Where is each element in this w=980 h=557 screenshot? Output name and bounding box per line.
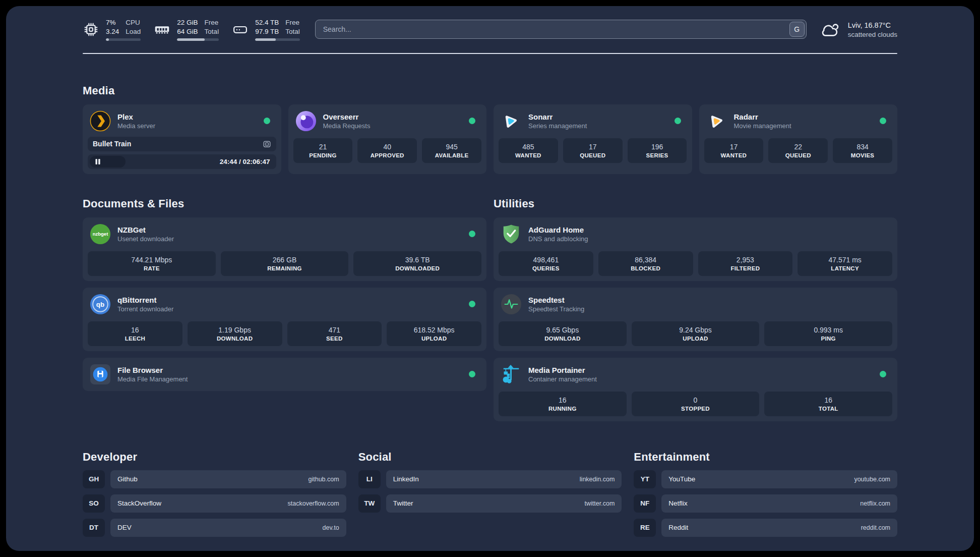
bookmark-netflix[interactable]: NF Netflix netflix.com <box>634 494 897 513</box>
service-name: Overseerr <box>323 112 371 122</box>
status-dot-online <box>880 371 886 377</box>
bookmark-linkedin[interactable]: LI LinkedIn linkedin.com <box>358 470 622 488</box>
status-dot-online <box>469 231 475 237</box>
cpu-label: CPU <box>126 18 141 27</box>
section-utilities: Utilities AdGuard Home DNS and <box>494 197 897 421</box>
service-description: DNS and adblocking <box>528 235 588 243</box>
section-documents: Documents & Files nzbget NZBGet Usenet d… <box>83 197 486 421</box>
weather-condition: scattered clouds <box>848 31 897 38</box>
service-name: Radarr <box>734 112 791 122</box>
disk-total: 97.9 TB <box>255 27 279 36</box>
playback-time: 24:44 / 02:06:47 <box>220 158 270 165</box>
service-card-adguard[interactable]: AdGuard Home DNS and adblocking 498,461Q… <box>494 217 897 281</box>
disk-icon <box>232 21 249 38</box>
cloud-icon <box>820 21 841 38</box>
service-name: AdGuard Home <box>528 225 588 235</box>
stat-box: 196SERIES <box>628 138 687 163</box>
svg-text:nzbget: nzbget <box>93 231 109 237</box>
stat-box: 834MOVIES <box>833 138 892 163</box>
status-dot-online <box>264 118 270 124</box>
plex-icon <box>90 110 111 132</box>
filebrowser-icon <box>90 364 111 385</box>
bookmark-abbr: GH <box>83 470 105 488</box>
service-description: Series management <box>528 122 587 130</box>
weather-widget[interactable]: Lviv, 16.87°C scattered clouds <box>820 21 897 38</box>
bookmark-reddit[interactable]: RE Reddit reddit.com <box>634 519 897 537</box>
bookmark-domain: youtube.com <box>854 476 890 483</box>
bookmark-domain: netflix.com <box>860 500 890 507</box>
section-social: Social LI LinkedIn linkedin.com TW Twitt… <box>358 451 622 537</box>
stat-box: 16TOTAL <box>764 392 892 416</box>
overseerr-icon <box>295 110 317 132</box>
bookmark-name: StackOverflow <box>117 499 161 507</box>
service-card-portainer[interactable]: Media Portainer Container management 16R… <box>494 358 897 421</box>
stat-box: 22QUEUED <box>768 138 828 163</box>
status-dot-online <box>675 118 681 124</box>
memory-icon <box>154 21 170 38</box>
plex-now-playing-row: Bullet Train <box>88 137 276 151</box>
stat-box: 21PENDING <box>293 138 353 163</box>
service-card-speedtest[interactable]: Speedtest Speedtest Tracking 9.65 GbpsDO… <box>494 288 897 351</box>
speedtest-icon <box>501 294 522 315</box>
memory-progress-bar <box>177 38 219 41</box>
search-container: G <box>315 20 807 39</box>
service-description: Usenet downloader <box>117 235 174 243</box>
search-provider-button[interactable]: G <box>789 22 805 37</box>
stat-box: 9.65 GbpsDOWNLOAD <box>499 321 627 346</box>
section-title-social: Social <box>358 451 622 464</box>
stat-box: 2,953FILTERED <box>698 251 793 276</box>
bookmark-domain: linkedin.com <box>580 476 615 483</box>
bookmark-dev[interactable]: DT DEV dev.to <box>83 519 346 537</box>
stat-box: 39.6 TBDOWNLOADED <box>353 251 481 276</box>
service-card-radarr[interactable]: Radarr Movie management 17WANTED 22QUEUE… <box>699 104 898 174</box>
cpu-progress-bar <box>106 38 141 41</box>
bookmark-abbr: YT <box>634 470 656 488</box>
section-title-developer: Developer <box>83 451 346 464</box>
bookmark-name: Github <box>117 475 138 483</box>
bookmark-youtube[interactable]: YT YouTube youtube.com <box>634 470 897 488</box>
bookmark-abbr: TW <box>358 494 381 513</box>
service-card-sonarr[interactable]: Sonarr Series management 485WANTED 17QUE… <box>494 104 692 174</box>
bookmark-stackoverflow[interactable]: SO StackOverflow stackoverflow.com <box>83 494 346 513</box>
bookmark-name: Netflix <box>668 499 688 507</box>
stat-box: 1.19 GbpsDOWNLOAD <box>188 321 282 346</box>
service-card-filebrowser[interactable]: File Browser Media File Management <box>83 358 486 391</box>
service-card-overseerr[interactable]: Overseerr Media Requests 21PENDING 40APP… <box>288 104 487 174</box>
status-dot-online <box>469 371 475 377</box>
stat-box: 485WANTED <box>499 138 558 163</box>
cpu-stat: 7% 3.24 CPU Load <box>83 18 141 41</box>
bookmark-github[interactable]: GH Github github.com <box>83 470 346 488</box>
header-bar: 7% 3.24 CPU Load <box>83 18 897 41</box>
pause-icon <box>95 158 101 165</box>
cpu-percent: 7% <box>106 18 119 27</box>
service-name: Media Portainer <box>528 365 597 375</box>
stat-box: 266 GBREMAINING <box>221 251 349 276</box>
stat-box: 86,384BLOCKED <box>598 251 693 276</box>
service-card-plex[interactable]: Plex Media server Bullet Train <box>83 104 281 174</box>
stat-box: 16RUNNING <box>499 392 627 416</box>
bookmark-domain: twitter.com <box>585 500 615 507</box>
status-dot-online <box>469 118 475 124</box>
service-card-nzbget[interactable]: nzbget NZBGet Usenet downloader 744.21 M… <box>83 217 486 281</box>
stat-box: 16LEECH <box>88 321 182 346</box>
bookmark-twitter[interactable]: TW Twitter twitter.com <box>358 494 622 513</box>
playback-progress-pill <box>90 156 126 168</box>
status-dot-online <box>880 118 886 124</box>
svg-text:qb: qb <box>96 300 104 308</box>
plex-progress-row: 24:44 / 02:06:47 <box>88 154 276 169</box>
stat-box: 471SEED <box>287 321 382 346</box>
stat-box: 40APPROVED <box>357 138 417 163</box>
section-title-documents: Documents & Files <box>83 197 486 210</box>
bookmark-name: Reddit <box>668 524 688 531</box>
status-dot-online <box>469 301 475 307</box>
disk-progress-bar <box>255 38 300 41</box>
service-description: Media File Management <box>117 375 188 383</box>
bookmark-domain: reddit.com <box>861 524 890 531</box>
bookmark-name: DEV <box>117 524 132 531</box>
search-input[interactable] <box>315 20 807 39</box>
service-description: Media Requests <box>323 122 371 130</box>
service-card-qbittorrent[interactable]: qb qBittorrent Torrent downloader 16LEEC… <box>83 288 486 351</box>
section-media: Media Plex Media server Bullet Train <box>83 84 897 174</box>
stat-box: 17WANTED <box>704 138 764 163</box>
bookmark-abbr: SO <box>83 494 105 513</box>
